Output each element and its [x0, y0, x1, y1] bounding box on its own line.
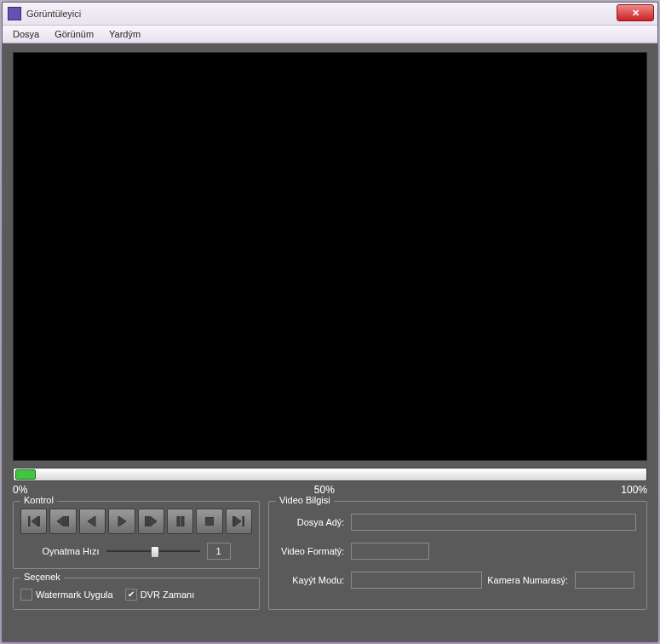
option-row: Watermark Uygula DVR Zamanı: [20, 585, 252, 601]
speed-row: Oynatma Hızı 1: [20, 543, 252, 560]
close-icon: ✕: [632, 9, 640, 18]
control-group: Kontrol Oynatma Hızı: [13, 501, 260, 569]
stop-button[interactable]: [196, 509, 222, 534]
svg-rect-4: [65, 516, 66, 526]
svg-rect-16: [243, 516, 244, 526]
menu-view[interactable]: Görünüm: [48, 28, 100, 40]
frame-forward-button[interactable]: [138, 509, 164, 534]
video-info-title: Video Bilgisi: [276, 495, 334, 505]
svg-rect-0: [28, 516, 30, 526]
video-info-group: Video Bilgisi Dosya Adý: Video Formatý: …: [268, 501, 647, 610]
bottom-panels: Kontrol Oynatma Hızı: [13, 501, 647, 610]
video-format-label: Video Formatý:: [281, 546, 344, 556]
info-grid: Dosya Adý: Video Formatý: Kayýt Modu: Ka…: [276, 509, 640, 590]
menu-help[interactable]: Yardým: [102, 28, 147, 40]
progress-handle[interactable]: [15, 469, 36, 480]
speed-value: 1: [207, 543, 231, 560]
svg-marker-3: [57, 516, 64, 526]
frame-back-icon: [57, 516, 69, 526]
camera-number-field: [575, 572, 634, 589]
playback-buttons: [20, 509, 252, 534]
option-group: Seçenek Watermark Uygula DVR Zamanı: [13, 578, 260, 610]
watermark-label: Watermark Uygula: [36, 589, 113, 600]
close-button[interactable]: ✕: [617, 4, 654, 21]
window-title: Görüntüleyici: [26, 9, 81, 19]
option-group-title: Seçenek: [20, 572, 64, 582]
slider-thumb[interactable]: [151, 546, 159, 558]
record-mode-field: [351, 572, 482, 589]
frame-forward-icon: [145, 516, 157, 526]
file-name-label: Dosya Adý:: [281, 517, 344, 527]
svg-marker-1: [32, 516, 38, 526]
svg-rect-13: [205, 517, 214, 526]
progress-100: 100%: [621, 484, 647, 496]
svg-rect-12: [181, 516, 184, 526]
play-reverse-button[interactable]: [79, 509, 106, 534]
client-area: 0% 50% 100% Kontrol: [3, 43, 657, 641]
play-reverse-icon: [87, 516, 97, 526]
app-icon: [8, 7, 21, 20]
svg-rect-11: [177, 516, 180, 526]
svg-marker-15: [234, 516, 241, 526]
svg-rect-9: [147, 516, 149, 526]
menubar: Dosya Görünüm Yardým: [3, 26, 657, 43]
skip-start-button[interactable]: [20, 509, 47, 534]
menu-file[interactable]: Dosya: [6, 28, 46, 40]
watermark-option[interactable]: Watermark Uygula: [20, 589, 113, 601]
svg-rect-8: [145, 516, 146, 526]
skip-end-button[interactable]: [226, 509, 252, 534]
svg-rect-2: [38, 516, 40, 526]
camera-number-label: Kamera Numarasý:: [487, 575, 568, 585]
watermark-checkbox[interactable]: [20, 589, 32, 601]
progress-0: 0%: [13, 484, 27, 496]
dvr-time-checkbox[interactable]: [125, 589, 137, 601]
progress-labels: 0% 50% 100%: [13, 484, 647, 496]
progress-50: 50%: [314, 484, 335, 496]
control-group-title: Kontrol: [20, 495, 57, 505]
progress-section: 0% 50% 100%: [13, 468, 647, 496]
svg-rect-5: [67, 516, 69, 526]
play-button[interactable]: [108, 509, 135, 534]
titlebar[interactable]: Görüntüleyici ✕: [3, 3, 657, 26]
app-window: Görüntüleyici ✕ Dosya Görünüm Yardým 0% …: [2, 2, 658, 642]
svg-marker-6: [88, 516, 95, 526]
pause-icon: [176, 516, 185, 526]
stop-icon: [205, 517, 214, 526]
skip-start-icon: [28, 516, 40, 526]
skip-end-icon: [232, 516, 244, 526]
pause-button[interactable]: [167, 509, 193, 534]
video-viewport: [13, 52, 647, 461]
file-name-field: [351, 514, 636, 531]
app-window-outer: Görüntüleyici ✕ Dosya Görünüm Yardým 0% …: [0, 0, 660, 644]
dvr-time-option[interactable]: DVR Zamanı: [125, 589, 195, 601]
dvr-time-label: DVR Zamanı: [141, 589, 195, 600]
svg-marker-7: [118, 516, 126, 526]
play-icon: [117, 516, 127, 526]
record-mode-label: Kayýt Modu:: [281, 575, 344, 585]
svg-marker-10: [150, 516, 157, 526]
progress-bar[interactable]: [13, 468, 647, 481]
video-format-field: [351, 543, 429, 560]
speed-label: Oynatma Hızı: [42, 546, 99, 556]
speed-slider[interactable]: [106, 545, 200, 557]
frame-back-button[interactable]: [49, 509, 76, 534]
left-column: Kontrol Oynatma Hızı: [13, 501, 260, 610]
